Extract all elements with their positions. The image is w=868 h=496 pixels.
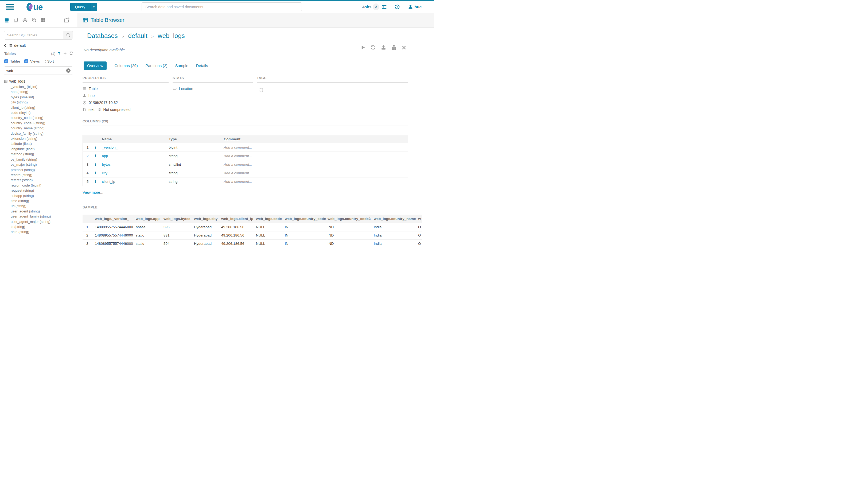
filter-funnel-icon[interactable] — [57, 51, 61, 56]
query-button[interactable]: Query — [70, 3, 97, 11]
sample-table-scroll-area[interactable]: web_logs._version_ web_logs.app web_logs… — [82, 215, 422, 248]
tree-column-item[interactable]: client_ip (string) — [4, 105, 77, 110]
tree-column-item[interactable]: request (string) — [4, 188, 77, 193]
views-checkbox[interactable] — [24, 59, 28, 63]
column-name-link[interactable]: bytes — [102, 162, 111, 167]
view-more-link[interactable]: View more... — [82, 190, 104, 195]
cubes-assist-icon[interactable] — [22, 17, 28, 23]
hamburger-menu-icon[interactable] — [6, 3, 14, 11]
tree-column-item[interactable]: country_name (string) — [4, 126, 77, 131]
tab-overview[interactable]: Overview — [84, 61, 107, 70]
column-info-icon[interactable]: i — [95, 179, 96, 184]
user-icon[interactable] — [408, 4, 413, 9]
column-comment-placeholder[interactable]: Add a comment... — [224, 162, 252, 167]
column-name-link[interactable]: client_ip — [102, 180, 115, 184]
tree-column-item[interactable]: time (string) — [4, 198, 77, 203]
tab-columns[interactable]: Columns (29) — [114, 64, 138, 68]
database-name[interactable]: default — [14, 43, 26, 48]
refresh-icon[interactable] — [370, 45, 376, 50]
sample-cell: 1480895575574446000 — [95, 223, 136, 231]
apps-grid-assist-icon[interactable] — [40, 17, 46, 23]
sliders-icon[interactable] — [381, 4, 387, 10]
breadcrumb-web-logs[interactable]: web_logs — [158, 32, 185, 40]
tree-column-item[interactable]: url (string) — [4, 203, 77, 208]
tree-column-item[interactable]: bytes (smallint) — [4, 95, 77, 100]
tree-column-item[interactable]: country_code (string) — [4, 115, 77, 120]
tree-column-item[interactable]: latitude (float) — [4, 141, 77, 146]
tables-checkbox[interactable] — [4, 59, 8, 63]
tree-column-item[interactable]: date (string) — [4, 229, 77, 234]
tree-column-item[interactable]: method (string) — [4, 152, 77, 157]
tree-column-item[interactable]: user_agent_family (string) — [4, 214, 77, 219]
column-comment-placeholder[interactable]: Add a comment... — [224, 180, 252, 184]
tree-column-item[interactable]: region_code (bigint) — [4, 183, 77, 188]
tree-column-item[interactable]: app (string) — [4, 89, 77, 94]
add-table-plus-icon[interactable] — [63, 51, 67, 56]
global-search-input[interactable] — [142, 2, 302, 11]
tab-partitions[interactable]: Partitions (2) — [145, 64, 167, 68]
svg-text:ue: ue — [33, 2, 43, 12]
tab-sample[interactable]: Sample — [175, 64, 188, 68]
sort-toggle[interactable]: Sort — [44, 59, 54, 63]
tree-column-item[interactable]: extension (string) — [4, 136, 77, 141]
sql-tables-search-input[interactable] — [4, 31, 63, 39]
sort-label[interactable]: Sort — [47, 59, 54, 63]
column-info-icon[interactable]: i — [95, 171, 96, 175]
tables-checkbox-label[interactable]: Tables — [10, 59, 20, 63]
tree-table-name[interactable]: web_logs — [9, 79, 25, 83]
tree-column-item[interactable]: protocol (string) — [4, 167, 77, 172]
column-name-link[interactable]: _version_ — [102, 145, 118, 150]
breadcrumb-default[interactable]: default — [128, 32, 147, 40]
query-dropdown-caret-icon[interactable] — [90, 3, 97, 11]
close-icon[interactable] — [401, 45, 406, 50]
views-checkbox-label[interactable]: Views — [30, 59, 40, 63]
jobs-link[interactable]: Jobs — [362, 4, 372, 9]
query-button-label[interactable]: Query — [70, 3, 90, 11]
tree-column-item[interactable]: record (string) — [4, 172, 77, 177]
search-plus-assist-icon[interactable] — [31, 17, 37, 23]
tree-column-item[interactable]: referer (string) — [4, 177, 77, 183]
clear-filter-icon[interactable] — [66, 68, 70, 73]
tree-column-item[interactable]: device_family (string) — [4, 131, 77, 136]
tree-column-item[interactable]: id (string) — [4, 224, 77, 229]
tree-column-item[interactable]: user_agent_major (string) — [4, 219, 77, 224]
table-filter-input[interactable] — [6, 69, 66, 73]
tree-column-item[interactable]: user_agent (string) — [4, 209, 77, 214]
tree-column-item[interactable]: os_family (string) — [4, 157, 77, 162]
documents-assist-icon[interactable] — [13, 17, 19, 23]
column-comment-placeholder[interactable]: Add a comment... — [224, 171, 252, 175]
tree-column-item[interactable]: country_code3 (string) — [4, 121, 77, 126]
sitemap-icon[interactable] — [391, 45, 397, 50]
tree-column-item[interactable]: longitude (float) — [4, 146, 77, 152]
chevron-left-icon[interactable] — [3, 44, 7, 48]
column-comment-placeholder[interactable]: Add a comment... — [224, 154, 252, 158]
history-icon[interactable] — [394, 4, 400, 10]
breadcrumb-databases[interactable]: Databases — [87, 32, 118, 40]
tree-column-item[interactable]: _version_ (bigint) — [4, 84, 77, 89]
database-assist-icon[interactable] — [4, 17, 10, 23]
column-row-number: 2 — [83, 152, 95, 160]
location-link[interactable]: Location — [179, 87, 193, 91]
column-name-link[interactable]: app — [102, 154, 108, 158]
column-info-icon[interactable]: i — [95, 145, 96, 150]
tree-item-web-logs[interactable]: web_logs — [4, 79, 77, 83]
tree-column-item[interactable]: city (string) — [4, 100, 77, 105]
tree-column-item[interactable]: os_major (string) — [4, 162, 77, 167]
tree-column-item[interactable]: subapp (string) — [4, 193, 77, 198]
username-label[interactable]: hue — [414, 4, 422, 9]
query-play-icon[interactable] — [360, 45, 365, 50]
database-breadcrumb[interactable]: default — [3, 43, 73, 48]
breadcrumb: Databases > default > web_logs — [87, 32, 434, 40]
column-comment-placeholder[interactable]: Add a comment... — [224, 145, 252, 150]
jobs-count-badge[interactable]: 2 — [373, 3, 379, 10]
folder-assist-icon[interactable] — [64, 17, 70, 23]
column-info-icon[interactable]: i — [95, 154, 96, 158]
tab-details[interactable]: Details — [196, 64, 208, 68]
refresh-tables-icon[interactable] — [69, 51, 73, 56]
hue-logo[interactable]: ue — [24, 2, 49, 12]
tree-column-item[interactable]: code (tinyint) — [4, 110, 77, 115]
sql-tables-search-button[interactable] — [63, 31, 73, 39]
upload-icon[interactable] — [381, 45, 386, 50]
column-name-link[interactable]: city — [102, 171, 107, 175]
column-info-icon[interactable]: i — [95, 162, 96, 167]
